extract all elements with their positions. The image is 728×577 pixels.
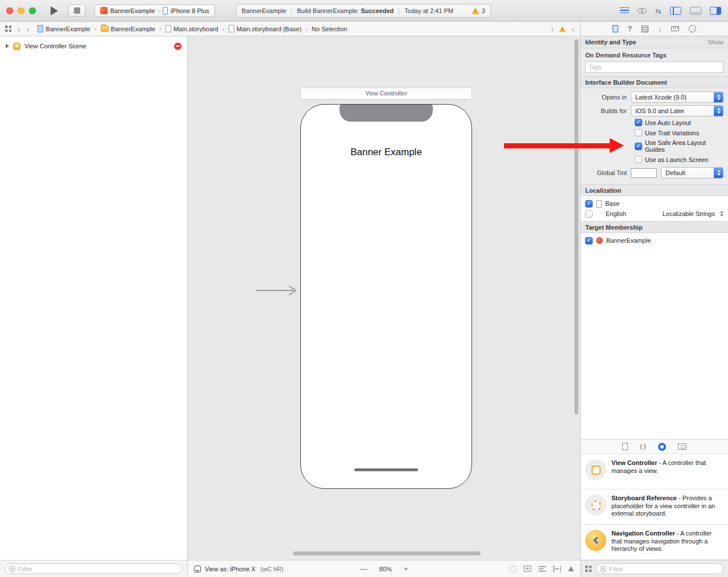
update-frames-icon[interactable]	[510, 566, 516, 572]
view-controller-view[interactable]: Banner Example	[300, 104, 472, 489]
use-auto-layout-checkbox[interactable]	[635, 119, 642, 126]
warning-count: 3	[482, 7, 485, 14]
breadcrumb-group[interactable]: BannerExample	[101, 26, 155, 32]
library-filter-input[interactable]	[609, 566, 719, 572]
assistant-editor-button[interactable]	[638, 8, 647, 14]
size-inspector-tab[interactable]	[671, 26, 679, 31]
warning-count-badge[interactable]: 3	[471, 7, 485, 14]
zoom-out-button[interactable]: —	[360, 564, 367, 573]
forward-button[interactable]: ›	[27, 25, 30, 33]
target-row-bannerexample[interactable]: BannerExample	[581, 235, 728, 246]
version-editor-button[interactable]: ⇆	[655, 7, 661, 15]
use-trait-variations-checkbox[interactable]	[635, 129, 642, 136]
align-icon[interactable]	[539, 566, 546, 572]
related-items-icon[interactable]	[5, 26, 11, 32]
stepper-arrows-icon[interactable]	[720, 211, 723, 217]
chevron-separator-icon	[222, 25, 225, 33]
inspector-tab-bar: ? ↓ →	[580, 22, 728, 36]
toggle-inspector-button[interactable]	[710, 7, 721, 15]
standard-editor-button[interactable]	[620, 7, 629, 15]
device-icon	[163, 7, 168, 15]
storyboard-entry-point-arrow[interactable]	[256, 285, 301, 296]
file-inspector-tab[interactable]	[613, 25, 618, 32]
zoom-in-button[interactable]: +	[404, 564, 408, 573]
issue-navigation: ‹ ›	[551, 25, 580, 33]
opens-in-popup[interactable]: Latest Xcode (9.0)	[631, 92, 723, 103]
previous-issue-button[interactable]: ‹	[551, 25, 554, 33]
annotation-arrow-head	[610, 138, 624, 153]
global-tint-popup[interactable]: Default	[661, 167, 723, 179]
banner-example-label[interactable]: Banner Example	[301, 147, 471, 158]
chevron-right-icon: ›	[158, 7, 160, 14]
opens-in-label: Opens in	[585, 94, 631, 101]
view-as-button[interactable]: View as: iPhone X (wC hR)	[194, 566, 283, 572]
grid-view-icon[interactable]	[585, 566, 592, 572]
use-trait-variations-row: Use Trait Variations	[635, 129, 723, 136]
resolve-autolayout-icon[interactable]	[568, 566, 574, 571]
base-checkbox[interactable]	[585, 200, 593, 207]
scheme-selector[interactable]: BannerExample › iPhone 8 Plus	[94, 5, 215, 17]
library-item-view-controller[interactable]: View Controller - A controller that mana…	[581, 454, 728, 489]
breadcrumb-storyboard-base[interactable]: Main.storyboard (Base)	[229, 25, 301, 32]
toggle-debug-area-button[interactable]	[690, 7, 701, 15]
english-checkbox[interactable]	[585, 210, 593, 218]
target-checkbox[interactable]	[585, 237, 593, 244]
fullscreen-window-button[interactable]	[29, 7, 36, 14]
outline-filter-field[interactable]	[5, 563, 183, 574]
embed-in-stack-icon[interactable]	[524, 566, 531, 572]
breadcrumb-storyboard[interactable]: Main.storyboard	[166, 25, 218, 32]
localization-row-base[interactable]: Base	[581, 198, 728, 209]
storyboard-canvas[interactable]: View Controller Banner Example View as: …	[188, 36, 580, 577]
outline-filter-input[interactable]	[18, 566, 178, 572]
status-project: BannerExample	[242, 7, 286, 14]
use-as-launch-screen-checkbox[interactable]	[635, 156, 642, 163]
back-button[interactable]: ‹	[18, 25, 20, 33]
jump-bar: ‹ › BannerExample BannerExample Main.sto…	[0, 22, 728, 36]
outline-filter-bar	[0, 560, 187, 577]
breadcrumb-selection[interactable]: No Selection	[312, 26, 347, 32]
run-button[interactable]	[51, 6, 58, 15]
horizontal-scrollbar[interactable]	[293, 551, 481, 555]
file-template-library-tab[interactable]	[622, 443, 628, 450]
close-window-button[interactable]	[6, 7, 13, 14]
attributes-inspector-tab[interactable]: ↓	[658, 26, 661, 32]
global-tint-color-well[interactable]	[631, 168, 657, 178]
warning-icon[interactable]	[559, 26, 566, 31]
library-item-navigation-controller[interactable]: Navigation Controller - A controller tha…	[581, 525, 728, 560]
builds-for-popup[interactable]: iOS 9.0 and Later	[631, 105, 723, 117]
library-item-storyboard-reference[interactable]: Storyboard Reference - Provides a placeh…	[581, 489, 728, 525]
toggle-navigator-button[interactable]	[670, 7, 681, 15]
trait-indicator: (wC hR)	[260, 566, 283, 572]
interface-builder-document-header: Interface Builder Document	[581, 76, 728, 88]
use-as-launch-screen-row: Use as Launch Screen	[635, 156, 723, 163]
view-controller-header[interactable]: View Controller	[300, 88, 472, 99]
outline-view-controller-scene[interactable]: View Controller Scene	[0, 41, 187, 51]
identity-inspector-tab[interactable]	[642, 26, 648, 32]
status-bar-notch	[340, 105, 433, 122]
code-snippet-library-tab[interactable]: { }	[640, 443, 646, 450]
quick-help-inspector-tab[interactable]: ?	[628, 25, 632, 33]
use-safe-area-layout-guides-checkbox[interactable]	[635, 143, 642, 150]
media-library-tab[interactable]	[678, 443, 686, 450]
error-badge[interactable]	[174, 43, 181, 50]
minimize-window-button[interactable]	[18, 7, 24, 14]
localization-row-english[interactable]: English Localizable Strings	[581, 209, 728, 219]
vertical-scrollbar[interactable]	[574, 39, 578, 414]
storyboard-file-icon	[166, 25, 171, 32]
disclosure-triangle-icon[interactable]	[6, 44, 9, 48]
stop-button[interactable]	[68, 5, 85, 16]
scene-label: View Controller Scene	[24, 43, 86, 49]
object-library-tab[interactable]	[658, 443, 666, 451]
use-safe-area-row: Use Safe Area Layout Guides	[635, 139, 723, 153]
localizable-strings-popup[interactable]: Localizable Strings	[663, 210, 715, 217]
tags-input[interactable]	[585, 61, 723, 73]
add-constraints-icon[interactable]	[553, 566, 561, 572]
next-issue-button[interactable]: ›	[572, 25, 574, 33]
connections-inspector-tab[interactable]: →	[689, 25, 696, 32]
library-filter-field[interactable]	[595, 563, 723, 574]
show-link[interactable]: Show	[708, 39, 723, 45]
traffic-lights	[6, 7, 36, 14]
storyboard-file-icon	[229, 25, 234, 32]
breadcrumb-project[interactable]: BannerExample	[38, 25, 90, 32]
zoom-level[interactable]: 80%	[379, 566, 392, 572]
